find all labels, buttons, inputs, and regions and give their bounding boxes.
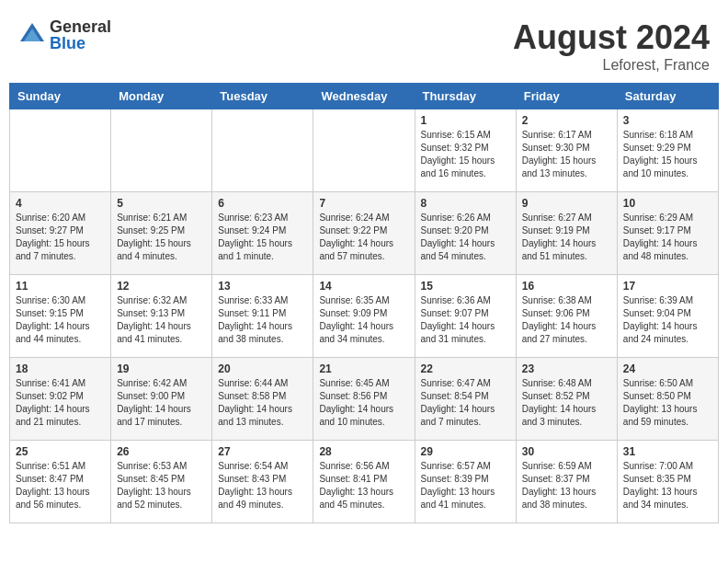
day-number: 28 (319, 445, 408, 458)
calendar-cell: 14Sunrise: 6:35 AM Sunset: 9:09 PM Dayli… (313, 275, 415, 358)
day-info: Sunrise: 6:15 AM Sunset: 9:32 PM Dayligh… (421, 129, 510, 180)
day-number: 4 (16, 197, 105, 210)
calendar-cell (111, 109, 212, 192)
calendar-week-row: 4Sunrise: 6:20 AM Sunset: 9:27 PM Daylig… (10, 192, 719, 275)
day-info: Sunrise: 6:47 AM Sunset: 8:54 PM Dayligh… (421, 377, 510, 429)
day-number: 29 (421, 445, 510, 458)
day-number: 12 (117, 280, 206, 293)
weekday-header: Thursday (415, 84, 516, 109)
day-number: 24 (623, 362, 712, 375)
day-number: 9 (522, 197, 611, 210)
calendar-cell: 17Sunrise: 6:39 AM Sunset: 9:04 PM Dayli… (617, 275, 718, 358)
day-info: Sunrise: 7:00 AM Sunset: 8:35 PM Dayligh… (623, 460, 712, 511)
day-info: Sunrise: 6:44 AM Sunset: 8:58 PM Dayligh… (218, 377, 307, 429)
day-number: 7 (319, 197, 408, 210)
calendar-cell: 20Sunrise: 6:44 AM Sunset: 8:58 PM Dayli… (212, 358, 313, 441)
day-info: Sunrise: 6:51 AM Sunset: 8:47 PM Dayligh… (16, 460, 105, 511)
weekday-header: Monday (111, 84, 212, 109)
logo-icon (18, 21, 46, 49)
day-number: 26 (117, 445, 206, 458)
day-info: Sunrise: 6:27 AM Sunset: 9:19 PM Dayligh… (522, 212, 611, 263)
calendar-cell: 23Sunrise: 6:48 AM Sunset: 8:52 PM Dayli… (516, 358, 617, 441)
day-info: Sunrise: 6:45 AM Sunset: 8:56 PM Dayligh… (319, 377, 408, 429)
day-info: Sunrise: 6:57 AM Sunset: 8:39 PM Dayligh… (421, 460, 510, 511)
day-info: Sunrise: 6:18 AM Sunset: 9:29 PM Dayligh… (623, 129, 712, 180)
day-number: 8 (421, 197, 510, 210)
day-info: Sunrise: 6:53 AM Sunset: 8:45 PM Dayligh… (117, 460, 206, 511)
day-info: Sunrise: 6:33 AM Sunset: 9:11 PM Dayligh… (218, 294, 307, 346)
day-info: Sunrise: 6:42 AM Sunset: 9:00 PM Dayligh… (117, 377, 206, 429)
logo-text: General Blue (50, 18, 111, 52)
day-info: Sunrise: 6:23 AM Sunset: 9:24 PM Dayligh… (218, 212, 307, 263)
day-info: Sunrise: 6:17 AM Sunset: 9:30 PM Dayligh… (522, 129, 611, 180)
calendar-cell (313, 109, 415, 192)
calendar-week-row: 1Sunrise: 6:15 AM Sunset: 9:32 PM Daylig… (10, 109, 719, 192)
calendar-week-row: 11Sunrise: 6:30 AM Sunset: 9:15 PM Dayli… (10, 275, 719, 358)
calendar-cell: 31Sunrise: 7:00 AM Sunset: 8:35 PM Dayli… (617, 441, 718, 523)
calendar-cell: 21Sunrise: 6:45 AM Sunset: 8:56 PM Dayli… (313, 358, 415, 441)
calendar-cell (212, 109, 313, 192)
calendar-cell: 16Sunrise: 6:38 AM Sunset: 9:06 PM Dayli… (516, 275, 617, 358)
weekday-header: Wednesday (313, 84, 415, 109)
title-block: August 2024 Leforest, France (513, 18, 710, 74)
day-info: Sunrise: 6:26 AM Sunset: 9:20 PM Dayligh… (421, 212, 510, 263)
calendar-week-row: 18Sunrise: 6:41 AM Sunset: 9:02 PM Dayli… (10, 358, 719, 441)
day-info: Sunrise: 6:56 AM Sunset: 8:41 PM Dayligh… (319, 460, 408, 511)
day-number: 30 (522, 445, 611, 458)
calendar: SundayMondayTuesdayWednesdayThursdayFrid… (9, 83, 719, 523)
calendar-cell: 12Sunrise: 6:32 AM Sunset: 9:13 PM Dayli… (111, 275, 212, 358)
day-number: 5 (117, 197, 206, 210)
weekday-header: Saturday (617, 84, 718, 109)
logo: General Blue (18, 18, 111, 52)
calendar-cell (10, 109, 111, 192)
day-number: 16 (522, 280, 611, 293)
day-info: Sunrise: 6:39 AM Sunset: 9:04 PM Dayligh… (623, 294, 712, 346)
logo-blue: Blue (50, 35, 111, 52)
day-number: 14 (319, 280, 408, 293)
day-number: 25 (16, 445, 105, 458)
day-number: 2 (522, 114, 611, 127)
day-info: Sunrise: 6:21 AM Sunset: 9:25 PM Dayligh… (117, 212, 206, 263)
day-info: Sunrise: 6:30 AM Sunset: 9:15 PM Dayligh… (16, 294, 105, 346)
weekday-header: Tuesday (212, 84, 313, 109)
day-number: 17 (623, 280, 712, 293)
calendar-cell: 2Sunrise: 6:17 AM Sunset: 9:30 PM Daylig… (516, 109, 617, 192)
day-info: Sunrise: 6:48 AM Sunset: 8:52 PM Dayligh… (522, 377, 611, 429)
day-info: Sunrise: 6:24 AM Sunset: 9:22 PM Dayligh… (319, 212, 408, 263)
day-info: Sunrise: 6:54 AM Sunset: 8:43 PM Dayligh… (218, 460, 307, 511)
calendar-cell: 1Sunrise: 6:15 AM Sunset: 9:32 PM Daylig… (415, 109, 516, 192)
day-number: 3 (623, 114, 712, 127)
page-header: General Blue August 2024 Leforest, Franc… (9, 9, 719, 78)
calendar-cell: 4Sunrise: 6:20 AM Sunset: 9:27 PM Daylig… (10, 192, 111, 275)
calendar-cell: 6Sunrise: 6:23 AM Sunset: 9:24 PM Daylig… (212, 192, 313, 275)
day-info: Sunrise: 6:36 AM Sunset: 9:07 PM Dayligh… (421, 294, 510, 346)
day-number: 11 (16, 280, 105, 293)
day-number: 31 (623, 445, 712, 458)
weekday-header: Sunday (10, 84, 111, 109)
calendar-cell: 22Sunrise: 6:47 AM Sunset: 8:54 PM Dayli… (415, 358, 516, 441)
calendar-cell: 27Sunrise: 6:54 AM Sunset: 8:43 PM Dayli… (212, 441, 313, 523)
day-number: 21 (319, 362, 408, 375)
day-number: 18 (16, 362, 105, 375)
calendar-cell: 9Sunrise: 6:27 AM Sunset: 9:19 PM Daylig… (516, 192, 617, 275)
calendar-cell: 19Sunrise: 6:42 AM Sunset: 9:00 PM Dayli… (111, 358, 212, 441)
day-number: 20 (218, 362, 307, 375)
calendar-cell: 29Sunrise: 6:57 AM Sunset: 8:39 PM Dayli… (415, 441, 516, 523)
calendar-cell: 11Sunrise: 6:30 AM Sunset: 9:15 PM Dayli… (10, 275, 111, 358)
day-number: 23 (522, 362, 611, 375)
day-info: Sunrise: 6:29 AM Sunset: 9:17 PM Dayligh… (623, 212, 712, 263)
day-info: Sunrise: 6:38 AM Sunset: 9:06 PM Dayligh… (522, 294, 611, 346)
day-number: 22 (421, 362, 510, 375)
calendar-cell: 28Sunrise: 6:56 AM Sunset: 8:41 PM Dayli… (313, 441, 415, 523)
calendar-cell: 30Sunrise: 6:59 AM Sunset: 8:37 PM Dayli… (516, 441, 617, 523)
calendar-cell: 8Sunrise: 6:26 AM Sunset: 9:20 PM Daylig… (415, 192, 516, 275)
calendar-week-row: 25Sunrise: 6:51 AM Sunset: 8:47 PM Dayli… (10, 441, 719, 523)
calendar-cell: 25Sunrise: 6:51 AM Sunset: 8:47 PM Dayli… (10, 441, 111, 523)
day-number: 27 (218, 445, 307, 458)
weekday-header: Friday (516, 84, 617, 109)
calendar-cell: 10Sunrise: 6:29 AM Sunset: 9:17 PM Dayli… (617, 192, 718, 275)
calendar-cell: 3Sunrise: 6:18 AM Sunset: 9:29 PM Daylig… (617, 109, 718, 192)
calendar-cell: 7Sunrise: 6:24 AM Sunset: 9:22 PM Daylig… (313, 192, 415, 275)
day-info: Sunrise: 6:35 AM Sunset: 9:09 PM Dayligh… (319, 294, 408, 346)
day-number: 19 (117, 362, 206, 375)
